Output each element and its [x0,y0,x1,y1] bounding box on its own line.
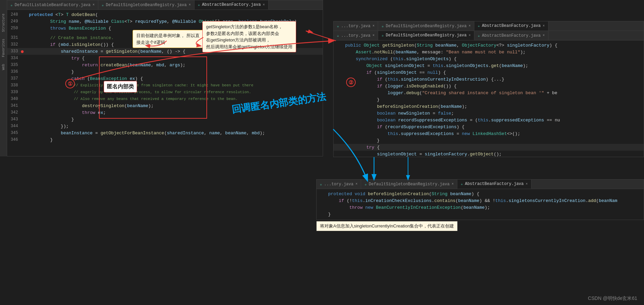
tab-close[interactable]: × [92,3,95,7]
top-right-editor: ☕ ...tory.java × ☕ DefaultSingletonBeanR… [333,21,644,157]
code-line-333: 333 ⬤ sharedInstance = getSingleton(bean… [7,48,323,55]
br-line-1: protected void beforeSingletonCreation(S… [317,190,644,197]
tab-close[interactable]: × [543,24,545,28]
tr-line-11: boolean newSingleton = false; [334,110,644,117]
tab-close[interactable]: × [526,182,528,186]
web-label: Web [2,64,5,70]
code-line-249: 249 String name, @Nullable Class<T> requ… [7,18,323,25]
tr-line-8: logger.debug("Creating shared instance o… [334,89,644,96]
code-line-337: 337 catch (BeansException ex) { [7,75,323,82]
tab-tr6[interactable]: ☕ AbstractBeanFactory.java × [474,31,548,40]
tab-close[interactable]: × [372,34,374,37]
code-line-339: 339 // eagerly by the creation process, … [7,89,323,96]
tab-br3-active[interactable]: ☕ AbstractBeanFactory.java × [457,180,531,189]
circle-2: ② [346,78,356,87]
main-editor: ☕ DefaultListableBeanFactory.java × ☕ De… [7,0,323,156]
java-icon: ☕ [461,182,463,186]
tab-close[interactable]: × [469,24,471,28]
tr-line-13: if (recordSuppressedExceptions) { [334,123,644,130]
favorites-label: Favorites [2,39,5,57]
code-line-340: 340 // Also remove any beans that receiv… [7,96,323,102]
java-icon: ☕ [337,34,339,38]
code-line-346: 346 } [7,136,323,143]
structure-label: Structure [2,14,5,32]
code-line-248: 248 protected <T> T doGetBean( [7,11,323,18]
tab-close[interactable]: × [263,3,265,7]
code-line-336: 336 } [7,68,323,75]
tr-line-12: boolean recordSuppressedExceptions = (th… [334,117,644,123]
top-right-tabbar-1[interactable]: ☕ ...tory.java × ☕ DefaultSingletonBeanR… [334,21,644,31]
code-line-332: 332 if (mbd.isSingleton()) { [7,41,323,48]
tr-line-14: this.suppressedExceptions = new LinkedHa… [334,130,644,137]
tr-line-9: } [334,96,644,103]
java-icon: ☕ [337,24,339,28]
code-line-342: 342 throw ex; [7,109,323,116]
tab-close[interactable]: × [189,3,191,7]
watermark: CSDN @明快de玄米61 [588,295,637,302]
tab-tr2[interactable]: ☕ DefaultSingletonBeanRegistry.java × [378,21,474,31]
tab-tr1[interactable]: ☕ ...tory.java × [334,21,378,31]
code-line-344: 344 }); [7,123,323,130]
tab-br1[interactable]: ☕ ...tory.java × [317,180,361,189]
tab-tr5-active[interactable]: ☕ DefaultSingletonBeanRegistry.java × [378,31,474,40]
circle-1: ① [65,79,75,88]
main-code-area: 248 protected <T> T doGetBean( 249 Strin… [7,10,323,143]
tr-line-17: singletonObject = singletonFactory.getOb… [334,151,644,157]
code-line-341: 341 destroySingleton(beanName); [7,102,323,109]
code-line-338: 338 // Explicitly remove instance from s… [7,82,323,89]
code-line-331: 331 // Create bean instance. [7,34,323,41]
java-icon: ☕ [478,34,480,38]
java-icon: ☕ [382,24,384,28]
java-icon: ☕ [198,3,200,7]
bottom-right-code: protected void beforeSingletonCreation(S… [317,189,644,219]
bottom-right-editor: ☕ ...tory.java × ☕ DefaultSingletonBeanR… [316,179,644,220]
java-icon: ☕ [382,33,384,37]
tab-defaultsingleton[interactable]: ☕ DefaultSingletonBeanRegistry.java × [98,0,194,10]
java-icon: ☕ [320,182,322,186]
code-line-345: 345 beanInstance = getObjectForBeanInsta… [7,130,323,136]
tab-close[interactable]: × [469,34,471,37]
br-line-3: throw new BeanCurrentlyInCreationExcepti… [317,204,644,211]
java-icon: ☕ [365,182,367,186]
tab-tr3-active[interactable]: ☕ AbstractBeanFactory.java × [474,21,548,31]
tab-close[interactable]: × [452,182,454,186]
bottom-right-tabbar[interactable]: ☕ ...tory.java × ☕ DefaultSingletonBeanR… [317,180,644,189]
top-right-code: public Object getSingleton(String beanNa… [334,40,644,157]
annotation-singleton-creation: 将对象A信息加入singletonCurrentlyInCreation集合中，… [316,221,458,231]
main-tab-bar[interactable]: ☕ DefaultListableBeanFactory.java × ☕ De… [7,0,323,10]
tab-tr4[interactable]: ☕ ...tory.java × [334,31,378,40]
tr-line-4: Object singletonObject = this.singletonO… [334,62,644,69]
tr-line-1: public Object getSingleton(String beanNa… [334,42,644,49]
br-line-2: if (!this.inCreationCheckExclusions.cont… [317,197,644,204]
code-line-335: 335 return createBean(beanName, mbd, arg… [7,62,323,68]
tab-defaultlistable[interactable]: ☕ DefaultListableBeanFactory.java × [7,0,98,10]
tab-br2[interactable]: ☕ DefaultSingletonBeanRegistry.java × [361,180,457,189]
tr-line-5: if (singletonObject == null) { [334,69,644,76]
tab-close[interactable]: × [355,182,357,186]
tr-line-16: try { [334,144,644,151]
top-right-tabbar-2[interactable]: ☕ ...tory.java × ☕ DefaultSingletonBeanR… [334,31,644,40]
tab-close[interactable]: × [372,24,374,28]
tr-line-2: Assert.notNull(beanName, message: "Bean … [334,49,644,55]
code-line-343: 343 } [7,116,323,123]
tr-line-10: beforeSingletonCreation(beanName); [334,103,644,110]
code-line-334: 334 try { [7,55,323,62]
tr-line-15: } [334,137,644,144]
tr-line-3: synchronized (this.singletonObjects) { [334,55,644,62]
tr-line-6: if (this.singletonsCurrentlyInDestructio… [334,76,644,83]
tab-abstractbean-active[interactable]: ☕ AbstractBeanFactory.java × [194,0,269,10]
left-sidebar: Structure Favorites Web [0,0,7,156]
code-line-250: 250 throws BeansException { [7,25,323,32]
java-icon: ☕ [102,3,104,7]
tr-line-7: if (logger.isDebugEnabled()) { [334,83,644,89]
java-icon: ☕ [478,24,480,28]
br-line-4: } [317,211,644,218]
java-icon: ☕ [11,3,13,7]
tab-close[interactable]: × [543,34,545,37]
